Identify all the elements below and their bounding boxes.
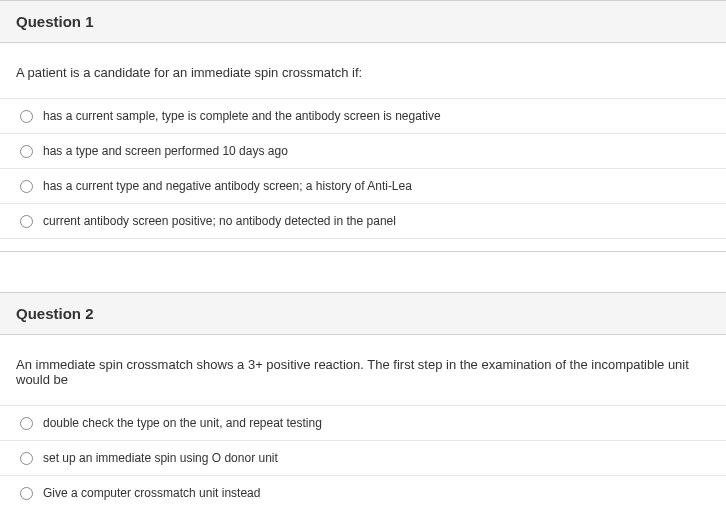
- question-header: Question 1: [0, 0, 726, 43]
- question-title: Question 1: [16, 13, 710, 30]
- option-label: has a type and screen performed 10 days …: [43, 144, 288, 158]
- option-row[interactable]: set up an immediate spin using O donor u…: [0, 441, 726, 476]
- question-header: Question 2: [0, 292, 726, 335]
- option-row[interactable]: current antibody screen positive; no ant…: [0, 204, 726, 239]
- option-label: Give a computer crossmatch unit instead: [43, 486, 260, 500]
- question-title: Question 2: [16, 305, 710, 322]
- option-row[interactable]: double check the type on the unit, and r…: [0, 406, 726, 441]
- question-block-2: Question 2 An immediate spin crossmatch …: [0, 292, 726, 505]
- option-row[interactable]: Give a computer crossmatch unit instead: [0, 476, 726, 505]
- radio-icon[interactable]: [20, 215, 33, 228]
- radio-icon[interactable]: [20, 417, 33, 430]
- options-list: has a current sample, type is complete a…: [0, 99, 726, 239]
- option-row[interactable]: has a type and screen performed 10 days …: [0, 134, 726, 169]
- option-label: current antibody screen positive; no ant…: [43, 214, 396, 228]
- option-label: set up an immediate spin using O donor u…: [43, 451, 278, 465]
- option-row[interactable]: has a current type and negative antibody…: [0, 169, 726, 204]
- radio-icon[interactable]: [20, 452, 33, 465]
- option-row[interactable]: has a current sample, type is complete a…: [0, 99, 726, 134]
- divider: [0, 251, 726, 252]
- question-block-1: Question 1 A patient is a candidate for …: [0, 0, 726, 252]
- radio-icon[interactable]: [20, 180, 33, 193]
- radio-icon[interactable]: [20, 110, 33, 123]
- radio-icon[interactable]: [20, 487, 33, 500]
- question-prompt: An immediate spin crossmatch shows a 3+ …: [0, 335, 726, 406]
- radio-icon[interactable]: [20, 145, 33, 158]
- question-prompt: A patient is a candidate for an immediat…: [0, 43, 726, 99]
- options-list: double check the type on the unit, and r…: [0, 406, 726, 505]
- option-label: has a current type and negative antibody…: [43, 179, 412, 193]
- option-label: has a current sample, type is complete a…: [43, 109, 441, 123]
- option-label: double check the type on the unit, and r…: [43, 416, 322, 430]
